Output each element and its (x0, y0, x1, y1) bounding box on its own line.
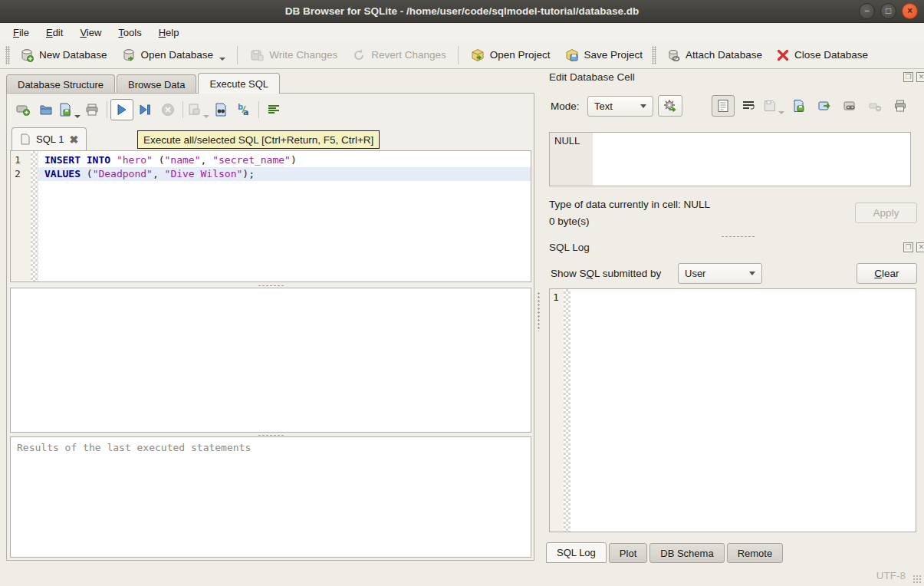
save-results-caret (203, 115, 209, 118)
link-window-icon (843, 99, 857, 113)
sql-log-view[interactable]: 1 (549, 288, 916, 532)
new-database-button[interactable]: New Database (12, 44, 114, 67)
dock-splitter-handle[interactable] (721, 235, 755, 238)
log-folding-margin (564, 289, 571, 532)
cell-value: NULL (554, 135, 580, 146)
maximize-button[interactable]: □ (880, 3, 896, 19)
document-icon (716, 99, 730, 113)
close-dock-icon[interactable]: ✕ (916, 72, 924, 82)
open-project-button[interactable]: Open Project (463, 44, 557, 67)
open-new-tab-button[interactable] (12, 99, 35, 120)
code-area[interactable]: INSERT INTO "hero" ("name", "secret_name… (38, 153, 531, 181)
print-cell-button[interactable] (889, 95, 912, 117)
apply-button: Apply (855, 202, 917, 223)
tab-db-schema[interactable]: DB Schema (649, 543, 724, 563)
results-message-pane[interactable]: Results of the last executed statements (10, 436, 531, 558)
close-tab-icon[interactable]: ✖ (69, 133, 78, 146)
toolbar-separator (107, 101, 107, 118)
sql-log-title: SQL Log (549, 242, 590, 253)
toolbar-grip[interactable] (652, 46, 656, 64)
menu-edit[interactable]: Edit (38, 25, 71, 41)
tab-browse-data[interactable]: Browse Data (117, 74, 196, 94)
execute-line-button[interactable] (133, 99, 156, 120)
auto-mode-button[interactable] (658, 95, 682, 117)
save-sql-file-button[interactable] (58, 99, 81, 120)
print-button[interactable] (81, 99, 104, 120)
main-splitter-handle[interactable] (537, 291, 541, 331)
close-database-icon (776, 48, 790, 62)
toolbar-grip[interactable] (5, 46, 10, 64)
mode-select[interactable]: Text (587, 96, 653, 117)
log-line-number-gutter: 1 (550, 289, 564, 532)
resize-grip[interactable] (912, 574, 922, 584)
results-grid-pane[interactable] (10, 288, 531, 433)
status-bar: UTF-8 (0, 565, 924, 586)
sql-editor[interactable]: 1 2 INSERT INTO "hero" ("name", "secret_… (10, 150, 531, 282)
code-line-2-current: VALUES ("Deadpond", "Dive Wilson"); (38, 167, 531, 181)
stop-button (156, 99, 179, 120)
close-button[interactable]: × (902, 3, 918, 19)
sql-document-tab[interactable]: SQL 1 ✖ (12, 127, 87, 150)
word-wrap-button[interactable] (262, 99, 285, 120)
menu-view[interactable]: View (71, 25, 110, 41)
close-database-label: Close Database (794, 49, 868, 61)
mode-label: Mode: (551, 100, 580, 112)
close-database-button[interactable]: Close Database (769, 44, 875, 66)
menu-help[interactable]: Help (150, 25, 188, 41)
tab-remote[interactable]: Remote (727, 543, 784, 563)
tab-sql-log[interactable]: SQL Log (546, 542, 607, 563)
cell-editor[interactable]: NULL (549, 132, 911, 186)
attach-database-icon (666, 48, 681, 63)
menu-file[interactable]: File (5, 25, 38, 41)
open-database-dropdown-caret[interactable] (219, 58, 225, 61)
open-database-label: Open Database (141, 49, 214, 61)
save-project-button[interactable]: Save Project (557, 44, 650, 67)
save-cell-button (762, 95, 785, 117)
cell-editor-toolbar (712, 95, 912, 117)
printer-icon (893, 99, 907, 113)
find-button[interactable] (209, 99, 232, 120)
gear-arrow-icon (663, 98, 678, 114)
open-project-icon (470, 48, 485, 63)
document-icon (20, 133, 31, 145)
set-null-icon (868, 99, 882, 113)
save-sql-dropdown-caret[interactable] (74, 115, 81, 118)
import-icon (792, 99, 806, 113)
log-filter-label: Show SQL submitted by (551, 268, 661, 279)
new-database-label: New Database (39, 49, 107, 61)
title-bar[interactable]: DB Browser for SQLite - /home/user/code/… (0, 0, 924, 23)
app-window: DB Browser for SQLite - /home/user/code/… (0, 0, 924, 586)
open-in-browser-button[interactable] (838, 95, 861, 117)
encoding-indicator[interactable]: UTF-8 (876, 570, 906, 581)
attach-database-button[interactable]: Attach Database (659, 44, 769, 67)
new-database-icon (19, 48, 35, 63)
sql-editor-toolbar: ba (12, 97, 285, 122)
tab-execute-sql[interactable]: Execute SQL (198, 73, 280, 94)
edit-cell-title: Edit Database Cell (549, 71, 635, 83)
menu-tools[interactable]: Tools (110, 25, 150, 41)
import-cell-button[interactable] (788, 95, 811, 117)
close-dock-icon[interactable]: ✕ (916, 242, 924, 252)
minimize-button[interactable]: − (859, 3, 875, 19)
log-filter-select[interactable]: User (678, 263, 762, 284)
text-document-button[interactable] (712, 95, 735, 117)
open-sql-file-button[interactable] (35, 99, 58, 120)
float-dock-icon[interactable]: ❐ (903, 242, 913, 252)
tab-plot[interactable]: Plot (609, 543, 647, 563)
save-results-button (186, 99, 209, 120)
clear-log-button[interactable]: Clear (857, 263, 917, 284)
open-database-button[interactable]: Open Database (114, 44, 233, 67)
toolbar-separator (458, 46, 459, 64)
open-file-icon (38, 102, 54, 117)
sql-log-dock-buttons: ❐ ✕ (903, 242, 924, 252)
tab-database-structure[interactable]: Database Structure (6, 74, 115, 94)
export-cell-button[interactable] (813, 95, 836, 117)
execute-all-button[interactable] (110, 99, 133, 120)
word-wrap-button[interactable] (737, 95, 760, 117)
printer-icon (84, 102, 100, 117)
chevron-down-icon (749, 272, 755, 275)
word-wrap-icon (742, 99, 755, 113)
format-sql-button[interactable]: ba (232, 99, 255, 120)
float-dock-icon[interactable]: ❐ (903, 72, 913, 82)
results-placeholder: Results of the last executed statements (11, 437, 531, 458)
